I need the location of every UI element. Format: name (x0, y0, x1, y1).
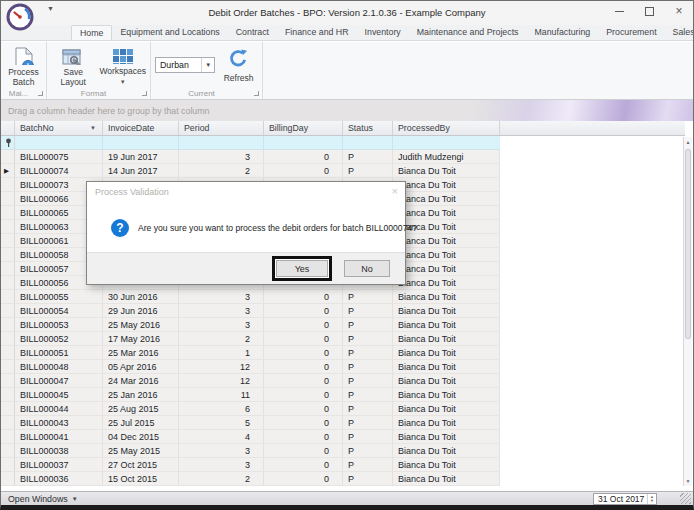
table-row[interactable]: BILL00003727 Oct 201530PBianca Du Toit (1, 458, 500, 472)
cell-batchno: BILL000074 (15, 164, 103, 177)
table-row[interactable]: BILL00003825 May 201530PBianca Du Toit (1, 444, 500, 458)
table-row[interactable]: BILL00004525 Jan 2016110PBianca Du Toit (1, 388, 500, 402)
app-window: Debit Order Batches - BPO: Version 2.1.0… (0, 0, 694, 510)
column-header-period[interactable]: Period (179, 121, 264, 135)
tab-contract[interactable]: Contract (228, 25, 277, 40)
table-row[interactable]: BILL00007519 Jun 201730PJudith Mudzengi (1, 150, 500, 164)
filter-cell-billingday[interactable] (264, 136, 343, 149)
dialog-launcher-icon[interactable] (254, 91, 259, 96)
no-button[interactable]: No (344, 260, 390, 277)
cell-processedby: Bianca Du Toit (393, 332, 500, 345)
tab-maintenance-and-projects[interactable]: Maintenance and Projects (409, 25, 527, 40)
scrollbar-thumb[interactable] (685, 149, 691, 339)
maximize-button[interactable] (643, 5, 655, 17)
table-row[interactable]: BILL00005530 Jun 201630PBianca Du Toit (1, 290, 500, 304)
cell-period: 11 (179, 388, 264, 401)
tab-manufacturing[interactable]: Manufacturing (526, 25, 598, 40)
dialog-launcher-icon[interactable] (38, 91, 43, 96)
site-selector-combobox[interactable]: Durban ▼ (155, 57, 215, 73)
table-row[interactable]: BILL00005429 Jun 201630PBianca Du Toit (1, 304, 500, 318)
filter-cell-status[interactable] (343, 136, 393, 149)
date-field[interactable]: 31 Oct 2017 ▲▼ (593, 493, 657, 505)
cell-processedby: Bianca Du Toit (393, 360, 500, 373)
open-windows-label: Open Windows (8, 494, 68, 504)
row-indicator (1, 458, 15, 471)
cell-period: 3 (179, 290, 264, 303)
date-spinner[interactable]: ▲▼ (647, 494, 656, 504)
cell-billingday: 0 (264, 444, 343, 457)
tab-sales[interactable]: Sales (665, 25, 694, 40)
table-row[interactable]: BILL00005325 May 201630PBianca Du Toit (1, 318, 500, 332)
column-header-label: Status (348, 123, 373, 133)
table-row[interactable]: ▶BILL00007414 Jun 201720PBianca Du Toit (1, 164, 500, 178)
column-header-label: BillingDay (269, 123, 308, 133)
table-row[interactable]: BILL00005217 May 201620PBianca Du Toit (1, 332, 500, 346)
dialog-close-icon[interactable]: × (392, 185, 398, 197)
cell-invoicedate: 05 Apr 2016 (103, 360, 179, 373)
dialog-launcher-icon[interactable] (142, 91, 147, 96)
tab-home[interactable]: Home (71, 25, 112, 40)
filter-cell-batchno[interactable] (15, 136, 103, 149)
table-row[interactable]: BILL00004104 Dec 201540PBianca Du Toit (1, 430, 500, 444)
scroll-up-icon[interactable]: ▲ (684, 139, 692, 145)
ribbon-group-current: Durban ▼ Refresh Current (151, 42, 263, 99)
row-indicator (1, 192, 15, 205)
cell-status: P (343, 430, 393, 443)
quick-access-dropdown-icon[interactable]: ▼ (47, 5, 54, 12)
save-layout-button[interactable]: Save Layout (51, 45, 95, 87)
close-button[interactable]: × (673, 5, 685, 17)
cell-billingday: 0 (264, 332, 343, 345)
workspaces-dropdown-icon: ▼ (120, 77, 126, 87)
resize-grip[interactable] (680, 493, 691, 504)
tab-finance-and-hr[interactable]: Finance and HR (277, 25, 357, 40)
cell-batchno: BILL000043 (15, 416, 103, 429)
cell-batchno: BILL000041 (15, 430, 103, 443)
cell-period: 3 (179, 150, 264, 163)
tab-inventory[interactable]: Inventory (357, 25, 409, 40)
cell-processedby: Bianca Du Toit (393, 178, 500, 191)
column-header-status[interactable]: Status (343, 121, 393, 135)
scroll-down-icon[interactable]: ▼ (684, 478, 692, 484)
cell-period: 4 (179, 430, 264, 443)
table-row[interactable]: BILL00004325 Jul 201550PBianca Du Toit (1, 416, 500, 430)
cell-billingday: 0 (264, 472, 343, 485)
cell-status: P (343, 290, 393, 303)
dialog-title-bar[interactable]: Process Validation × (87, 182, 405, 202)
tab-equipment-and-locations[interactable]: Equipment and Locations (112, 25, 227, 40)
open-windows-dropdown[interactable]: Open Windows ▼ (1, 494, 78, 504)
group-by-panel[interactable]: Drag a column header here to group by th… (1, 100, 693, 121)
process-batch-label: Process Batch (5, 67, 42, 87)
filter-cell-period[interactable] (179, 136, 264, 149)
cell-invoicedate: 27 Oct 2015 (103, 458, 179, 471)
filter-cell-processedby[interactable] (393, 136, 500, 149)
column-header-processedby[interactable]: ProcessedBy (393, 121, 500, 135)
cell-invoicedate: 14 Jun 2017 (103, 164, 179, 177)
vertical-scrollbar[interactable]: ▲ ▼ (683, 137, 692, 486)
cell-period: 12 (179, 374, 264, 387)
process-batch-button[interactable]: Process Batch (5, 45, 42, 87)
table-row[interactable]: BILL00004425 Aug 201560PBianca Du Toit (1, 402, 500, 416)
column-header-billingday[interactable]: BillingDay (264, 121, 343, 135)
table-row[interactable]: BILL00005125 Mar 201610PBianca Du Toit (1, 346, 500, 360)
yes-button[interactable]: Yes (276, 260, 328, 277)
table-row[interactable]: BILL00004805 Apr 2016120PBianca Du Toit (1, 360, 500, 374)
cell-billingday: 0 (264, 150, 343, 163)
refresh-label: Refresh (224, 73, 254, 83)
grid-filter-row[interactable] (1, 136, 500, 150)
table-row[interactable]: BILL00003615 Oct 201520PBianca Du Toit (1, 472, 500, 486)
tab-procurement[interactable]: Procurement (598, 25, 664, 40)
column-header-invoicedate[interactable]: InvoiceDate (103, 121, 179, 135)
minimize-button[interactable] (613, 5, 625, 17)
app-logo-icon[interactable] (6, 3, 34, 31)
table-row[interactable]: BILL00004724 Mar 2016120PBianca Du Toit (1, 374, 500, 388)
cell-invoicedate: 25 May 2015 (103, 444, 179, 457)
dialog-body: ? Are you sure you want to process the d… (87, 202, 405, 254)
workspaces-button[interactable]: Workspaces ▼ (99, 45, 146, 87)
combo-dropdown-icon[interactable]: ▼ (201, 58, 214, 72)
filter-cell-invoicedate[interactable] (103, 136, 179, 149)
refresh-button[interactable]: Refresh (219, 45, 258, 87)
cell-processedby: Bianca Du Toit (393, 430, 500, 443)
column-header-batchno[interactable]: BatchNo ▼ (15, 121, 103, 135)
row-indicator (1, 472, 15, 485)
cell-billingday: 0 (264, 402, 343, 415)
